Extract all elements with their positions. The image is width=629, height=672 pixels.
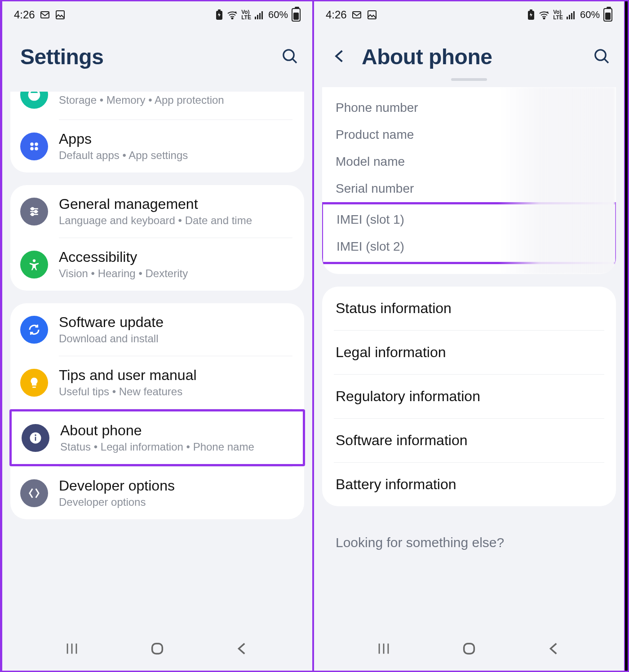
svg-point-21 xyxy=(33,259,35,262)
tips-icon xyxy=(20,369,48,397)
search-icon[interactable] xyxy=(281,47,299,67)
svg-rect-1 xyxy=(56,11,64,19)
about-phone-highlight: About phone Status • Legal information •… xyxy=(9,409,305,466)
developer-icon xyxy=(20,479,48,507)
recents-button[interactable] xyxy=(58,635,85,662)
settings-item-accessibility[interactable]: Accessibility Vision • Hearing • Dexteri… xyxy=(10,238,304,291)
svg-rect-36 xyxy=(571,13,572,19)
device-info-card: Phone number Product name Model name Ser… xyxy=(322,87,616,274)
svg-rect-23 xyxy=(35,437,36,441)
settings-card-about: Software update Download and install Tip… xyxy=(10,303,304,519)
svg-point-18 xyxy=(31,208,34,210)
about-phone-screen: 4:26 Vo)LTE 60% About phone Phone number… xyxy=(313,1,625,671)
page-title: Settings xyxy=(20,44,103,69)
settings-item-sub: Language and keyboard • Date and time xyxy=(59,214,292,227)
back-button[interactable] xyxy=(541,635,568,662)
settings-item-about[interactable]: About phone Status • Legal information •… xyxy=(12,411,303,464)
svg-rect-5 xyxy=(255,17,256,19)
svg-rect-29 xyxy=(353,12,361,18)
settings-item-general[interactable]: General management Language and keyboard… xyxy=(10,185,304,238)
legal-information[interactable]: Legal information xyxy=(322,331,616,374)
info-imei-2[interactable]: IMEI (slot 2) xyxy=(323,233,615,260)
regulatory-information[interactable]: Regulatory information xyxy=(322,375,616,418)
settings-item-sub: Vision • Hearing • Dexterity xyxy=(59,267,292,280)
settings-item-sub: Status • Legal information • Phone name xyxy=(60,441,291,453)
wifi-icon xyxy=(539,10,549,19)
svg-rect-7 xyxy=(259,13,261,19)
back-icon[interactable] xyxy=(332,48,348,66)
drag-handle[interactable] xyxy=(451,78,487,81)
home-button[interactable] xyxy=(456,635,483,662)
back-button[interactable] xyxy=(229,635,256,662)
svg-point-11 xyxy=(30,142,34,146)
software-information[interactable]: Software information xyxy=(322,419,616,462)
settings-item-sub: Default apps • App settings xyxy=(59,149,292,162)
svg-point-9 xyxy=(283,49,294,60)
settings-item-developer[interactable]: Developer options Developer options xyxy=(10,467,304,519)
home-button[interactable] xyxy=(144,635,171,662)
settings-item-title: Software update xyxy=(59,314,292,331)
settings-item-sub: Download and install xyxy=(59,332,292,345)
gmail-icon xyxy=(40,9,50,20)
svg-line-10 xyxy=(293,59,297,62)
about-icon xyxy=(22,424,49,452)
settings-item-apps[interactable]: Apps Default apps • App settings xyxy=(10,120,304,172)
page-title: About phone xyxy=(362,44,492,69)
svg-rect-37 xyxy=(573,11,575,19)
wifi-icon xyxy=(227,10,238,19)
settings-item-tips[interactable]: Tips and user manual Useful tips • New f… xyxy=(10,356,304,409)
nav-bar-left xyxy=(2,631,312,671)
svg-rect-6 xyxy=(257,15,258,19)
svg-rect-34 xyxy=(567,17,568,19)
settings-item-devicecare[interactable]: Storage • Memory • App protection xyxy=(10,92,304,119)
settings-item-software[interactable]: Software update Download and install xyxy=(10,303,304,356)
devicecare-icon xyxy=(20,92,48,109)
info-imei-1[interactable]: IMEI (slot 1) xyxy=(323,206,615,233)
settings-card-system: General management Language and keyboard… xyxy=(10,185,304,291)
settings-card-devicecare: Storage • Memory • App protection Apps D… xyxy=(10,92,304,172)
settings-item-title: About phone xyxy=(60,422,291,439)
svg-rect-32 xyxy=(530,9,532,11)
picture-icon xyxy=(367,9,377,20)
svg-point-19 xyxy=(35,210,37,212)
info-serial-number[interactable]: Serial number xyxy=(322,175,616,202)
svg-point-38 xyxy=(595,49,606,60)
svg-rect-30 xyxy=(368,11,376,19)
settings-item-title: Apps xyxy=(59,131,292,147)
looking-for-something[interactable]: Looking for something else? xyxy=(322,519,616,550)
battery-information[interactable]: Battery information xyxy=(322,463,616,506)
info-product-name[interactable]: Product name xyxy=(322,121,616,148)
svg-point-14 xyxy=(35,147,38,150)
settings-item-sub: Developer options xyxy=(59,496,292,508)
battery-saver-icon xyxy=(527,9,535,20)
volte-icon: Vo)LTE xyxy=(241,9,251,20)
volte-icon: Vo)LTE xyxy=(553,9,563,20)
settings-item-title: Developer options xyxy=(59,477,292,494)
signal-icon xyxy=(255,10,265,19)
battery-pct: 60% xyxy=(580,9,600,21)
general-icon xyxy=(20,198,48,225)
status-information[interactable]: Status information xyxy=(322,287,616,330)
info-model-name[interactable]: Model name xyxy=(322,148,616,175)
recents-button[interactable] xyxy=(370,635,397,662)
svg-rect-43 xyxy=(464,644,474,654)
battery-icon xyxy=(603,8,612,22)
settings-screen: 4:26 Vo)LTE 60% Settings Storag xyxy=(1,1,313,671)
search-icon[interactable] xyxy=(593,47,611,67)
settings-item-title: Accessibility xyxy=(59,249,292,265)
settings-item-title: Tips and user manual xyxy=(59,367,292,384)
svg-rect-0 xyxy=(41,12,49,18)
picture-icon xyxy=(55,9,66,20)
svg-point-4 xyxy=(232,18,233,19)
status-time: 4:26 xyxy=(14,9,35,21)
status-bar-left: 4:26 Vo)LTE 60% xyxy=(2,1,312,27)
settings-header: Settings xyxy=(2,27,312,92)
nav-bar-right xyxy=(314,631,624,671)
svg-rect-8 xyxy=(261,11,263,19)
apps-icon xyxy=(20,133,48,160)
imei-highlight: IMEI (slot 1) IMEI (slot 2) xyxy=(322,202,616,264)
svg-rect-28 xyxy=(152,644,163,654)
gmail-icon xyxy=(351,9,362,20)
info-phone-number[interactable]: Phone number xyxy=(322,94,616,121)
svg-rect-3 xyxy=(218,9,221,11)
